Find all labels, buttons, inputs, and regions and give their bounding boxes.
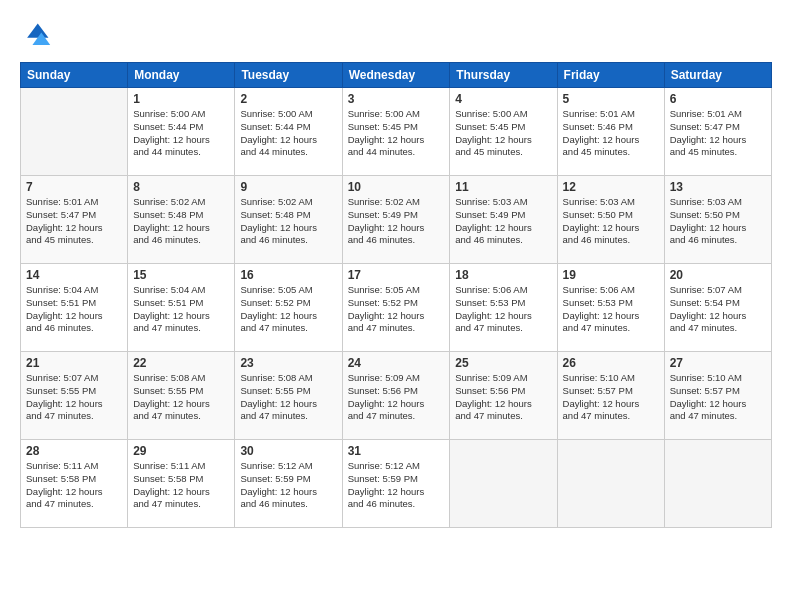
day-info: Sunrise: 5:06 AM Sunset: 5:53 PM Dayligh… [563,284,659,335]
calendar-cell: 22Sunrise: 5:08 AM Sunset: 5:55 PM Dayli… [128,352,235,440]
calendar-cell: 12Sunrise: 5:03 AM Sunset: 5:50 PM Dayli… [557,176,664,264]
day-number: 31 [348,444,445,458]
day-number: 29 [133,444,229,458]
calendar-cell [557,440,664,528]
day-number: 11 [455,180,551,194]
calendar-cell: 2Sunrise: 5:00 AM Sunset: 5:44 PM Daylig… [235,88,342,176]
day-info: Sunrise: 5:09 AM Sunset: 5:56 PM Dayligh… [455,372,551,423]
day-info: Sunrise: 5:00 AM Sunset: 5:45 PM Dayligh… [348,108,445,159]
calendar-cell: 20Sunrise: 5:07 AM Sunset: 5:54 PM Dayli… [664,264,771,352]
day-info: Sunrise: 5:03 AM Sunset: 5:50 PM Dayligh… [670,196,766,247]
day-number: 9 [240,180,336,194]
calendar-cell [664,440,771,528]
calendar-cell: 7Sunrise: 5:01 AM Sunset: 5:47 PM Daylig… [21,176,128,264]
day-number: 5 [563,92,659,106]
logo-icon [20,20,52,52]
day-info: Sunrise: 5:03 AM Sunset: 5:50 PM Dayligh… [563,196,659,247]
calendar-cell: 18Sunrise: 5:06 AM Sunset: 5:53 PM Dayli… [450,264,557,352]
calendar-cell: 1Sunrise: 5:00 AM Sunset: 5:44 PM Daylig… [128,88,235,176]
day-number: 12 [563,180,659,194]
day-number: 6 [670,92,766,106]
calendar-cell: 21Sunrise: 5:07 AM Sunset: 5:55 PM Dayli… [21,352,128,440]
week-row-4: 21Sunrise: 5:07 AM Sunset: 5:55 PM Dayli… [21,352,772,440]
weekday-sunday: Sunday [21,63,128,88]
calendar-cell: 13Sunrise: 5:03 AM Sunset: 5:50 PM Dayli… [664,176,771,264]
day-info: Sunrise: 5:10 AM Sunset: 5:57 PM Dayligh… [670,372,766,423]
calendar-cell: 16Sunrise: 5:05 AM Sunset: 5:52 PM Dayli… [235,264,342,352]
svg-marker-0 [27,24,48,38]
day-info: Sunrise: 5:00 AM Sunset: 5:44 PM Dayligh… [240,108,336,159]
calendar-cell: 27Sunrise: 5:10 AM Sunset: 5:57 PM Dayli… [664,352,771,440]
calendar-cell: 5Sunrise: 5:01 AM Sunset: 5:46 PM Daylig… [557,88,664,176]
day-number: 30 [240,444,336,458]
calendar-cell: 11Sunrise: 5:03 AM Sunset: 5:49 PM Dayli… [450,176,557,264]
calendar-cell: 28Sunrise: 5:11 AM Sunset: 5:58 PM Dayli… [21,440,128,528]
day-info: Sunrise: 5:12 AM Sunset: 5:59 PM Dayligh… [348,460,445,511]
day-number: 27 [670,356,766,370]
day-info: Sunrise: 5:03 AM Sunset: 5:49 PM Dayligh… [455,196,551,247]
calendar-cell: 14Sunrise: 5:04 AM Sunset: 5:51 PM Dayli… [21,264,128,352]
calendar-cell: 23Sunrise: 5:08 AM Sunset: 5:55 PM Dayli… [235,352,342,440]
day-number: 3 [348,92,445,106]
day-info: Sunrise: 5:07 AM Sunset: 5:55 PM Dayligh… [26,372,122,423]
day-number: 25 [455,356,551,370]
day-info: Sunrise: 5:01 AM Sunset: 5:47 PM Dayligh… [670,108,766,159]
calendar-cell: 8Sunrise: 5:02 AM Sunset: 5:48 PM Daylig… [128,176,235,264]
day-number: 14 [26,268,122,282]
calendar-cell: 10Sunrise: 5:02 AM Sunset: 5:49 PM Dayli… [342,176,450,264]
day-number: 16 [240,268,336,282]
calendar: SundayMondayTuesdayWednesdayThursdayFrid… [20,62,772,528]
day-info: Sunrise: 5:07 AM Sunset: 5:54 PM Dayligh… [670,284,766,335]
week-row-2: 7Sunrise: 5:01 AM Sunset: 5:47 PM Daylig… [21,176,772,264]
day-number: 22 [133,356,229,370]
calendar-cell: 26Sunrise: 5:10 AM Sunset: 5:57 PM Dayli… [557,352,664,440]
day-info: Sunrise: 5:00 AM Sunset: 5:44 PM Dayligh… [133,108,229,159]
day-number: 8 [133,180,229,194]
day-info: Sunrise: 5:04 AM Sunset: 5:51 PM Dayligh… [133,284,229,335]
calendar-cell: 4Sunrise: 5:00 AM Sunset: 5:45 PM Daylig… [450,88,557,176]
day-info: Sunrise: 5:10 AM Sunset: 5:57 PM Dayligh… [563,372,659,423]
weekday-friday: Friday [557,63,664,88]
day-number: 4 [455,92,551,106]
calendar-cell: 3Sunrise: 5:00 AM Sunset: 5:45 PM Daylig… [342,88,450,176]
day-number: 24 [348,356,445,370]
day-info: Sunrise: 5:09 AM Sunset: 5:56 PM Dayligh… [348,372,445,423]
day-number: 18 [455,268,551,282]
day-number: 13 [670,180,766,194]
calendar-cell: 24Sunrise: 5:09 AM Sunset: 5:56 PM Dayli… [342,352,450,440]
day-number: 2 [240,92,336,106]
day-number: 20 [670,268,766,282]
week-row-3: 14Sunrise: 5:04 AM Sunset: 5:51 PM Dayli… [21,264,772,352]
day-number: 7 [26,180,122,194]
calendar-cell [450,440,557,528]
day-info: Sunrise: 5:01 AM Sunset: 5:46 PM Dayligh… [563,108,659,159]
day-info: Sunrise: 5:06 AM Sunset: 5:53 PM Dayligh… [455,284,551,335]
day-number: 23 [240,356,336,370]
week-row-1: 1Sunrise: 5:00 AM Sunset: 5:44 PM Daylig… [21,88,772,176]
day-info: Sunrise: 5:11 AM Sunset: 5:58 PM Dayligh… [26,460,122,511]
day-info: Sunrise: 5:02 AM Sunset: 5:48 PM Dayligh… [133,196,229,247]
day-number: 15 [133,268,229,282]
day-info: Sunrise: 5:05 AM Sunset: 5:52 PM Dayligh… [348,284,445,335]
weekday-monday: Monday [128,63,235,88]
day-number: 28 [26,444,122,458]
day-number: 26 [563,356,659,370]
calendar-cell: 9Sunrise: 5:02 AM Sunset: 5:48 PM Daylig… [235,176,342,264]
day-info: Sunrise: 5:01 AM Sunset: 5:47 PM Dayligh… [26,196,122,247]
day-number: 21 [26,356,122,370]
calendar-cell: 25Sunrise: 5:09 AM Sunset: 5:56 PM Dayli… [450,352,557,440]
day-info: Sunrise: 5:12 AM Sunset: 5:59 PM Dayligh… [240,460,336,511]
day-info: Sunrise: 5:00 AM Sunset: 5:45 PM Dayligh… [455,108,551,159]
logo [20,20,56,52]
day-info: Sunrise: 5:02 AM Sunset: 5:49 PM Dayligh… [348,196,445,247]
weekday-thursday: Thursday [450,63,557,88]
calendar-cell: 17Sunrise: 5:05 AM Sunset: 5:52 PM Dayli… [342,264,450,352]
day-number: 17 [348,268,445,282]
day-info: Sunrise: 5:08 AM Sunset: 5:55 PM Dayligh… [133,372,229,423]
day-info: Sunrise: 5:04 AM Sunset: 5:51 PM Dayligh… [26,284,122,335]
calendar-cell [21,88,128,176]
day-number: 1 [133,92,229,106]
calendar-cell: 6Sunrise: 5:01 AM Sunset: 5:47 PM Daylig… [664,88,771,176]
weekday-saturday: Saturday [664,63,771,88]
weekday-tuesday: Tuesday [235,63,342,88]
